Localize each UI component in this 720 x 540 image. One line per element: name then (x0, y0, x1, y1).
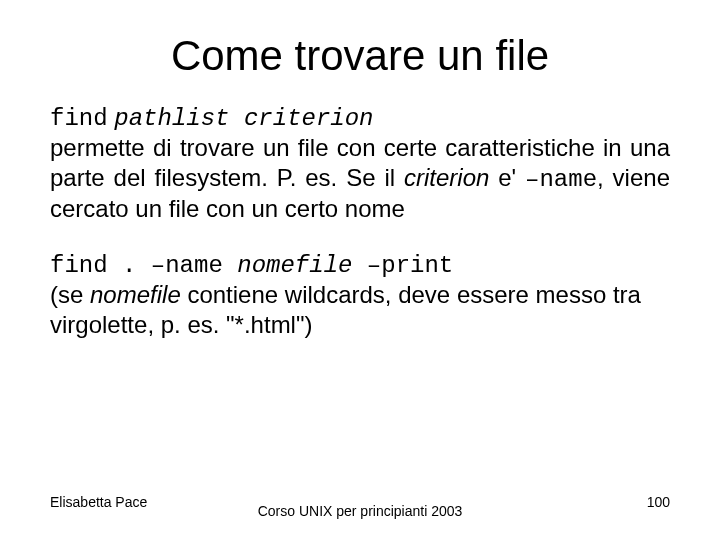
example-cmd-a: find . –name (50, 252, 237, 279)
example-nomefile-2: nomefile (90, 281, 181, 308)
slide: Come trovare un file find pathlist crite… (0, 0, 720, 540)
slide-body: find pathlist criterion permette di trov… (0, 102, 720, 339)
example-nomefile-1: nomefile (237, 252, 352, 279)
footer-course: Corso UNIX per principianti 2003 (0, 503, 720, 520)
slide-title: Come trovare un file (0, 0, 720, 80)
criterion-word: criterion (404, 164, 489, 191)
paragraph-2: find . –name nomefile –print (se nomefil… (50, 249, 670, 339)
example-cmd-c: –print (352, 252, 453, 279)
cmd-args: pathlist criterion (114, 105, 373, 132)
paragraph-1: find pathlist criterion permette di trov… (50, 102, 670, 223)
footer-page-number: 100 (647, 494, 670, 510)
cmd-find: find (50, 105, 108, 132)
flag-name: –name (525, 166, 597, 193)
desc-text-2: e' (489, 164, 525, 191)
note-a: (se (50, 281, 90, 308)
